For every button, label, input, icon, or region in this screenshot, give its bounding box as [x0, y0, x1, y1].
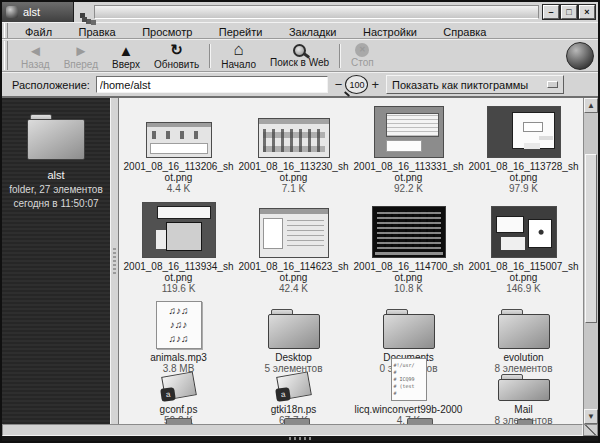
toolbar: Назад Вперед Вверх Обновить Начало Поиск…	[2, 39, 598, 72]
file-item[interactable]: 2001_08_16_114700_shot.png 10.8 K	[351, 194, 466, 294]
postscript-icon	[274, 374, 314, 401]
file-item[interactable]: 2001_08_16_113728_shot.png 97.9 K	[466, 102, 581, 194]
folder-icon	[498, 309, 550, 349]
file-manager-window: alst – □ × Файл Правка Просмотр Перейти …	[0, 0, 600, 443]
toolbar-button[interactable]: Вперед	[57, 41, 105, 71]
thumb-window-light-1-icon	[146, 122, 212, 158]
window-resize-grip[interactable]	[583, 424, 598, 436]
web-search-icon	[293, 44, 306, 57]
file-item[interactable]: 2001_08_16_114623_shot.png 42.4 K	[236, 194, 351, 294]
toolbar-button[interactable]: Поиск в Web	[263, 43, 336, 69]
home-icon	[234, 42, 244, 59]
toolbar-button[interactable]: Назад	[14, 41, 57, 71]
app-icon	[6, 6, 18, 18]
status-bar	[2, 424, 583, 436]
partially-visible-icon[interactable]	[284, 418, 310, 424]
file-item[interactable]: 2001_08_16_113934_shot.png 119.6 K	[121, 194, 236, 294]
toolbar-button[interactable]: Стоп	[344, 42, 381, 69]
zoom-level-indicator[interactable]: 100	[345, 75, 368, 94]
sidebar-title: alst	[47, 169, 64, 181]
title-strip	[94, 5, 539, 19]
scrollbar-track[interactable]	[584, 113, 598, 409]
close-button[interactable]: ×	[579, 5, 595, 19]
zoom-out-button[interactable]: −	[334, 79, 344, 91]
minimize-button[interactable]: –	[543, 5, 559, 19]
file-item[interactable]: evolution 8 элементов	[466, 294, 581, 374]
nautilus-throbber-icon[interactable]	[566, 42, 594, 70]
sidebar: alst folder, 27 элементов сегодня в 11:5…	[2, 98, 110, 424]
menu-item[interactable]: Правка	[68, 26, 127, 38]
view-mode-label: Показать как пиктограммы	[392, 79, 528, 91]
file-view: 2001_08_16_113206_shot.png 4.4 K 2001_08…	[119, 98, 583, 424]
bottom-frame	[2, 436, 598, 441]
partially-visible-icon[interactable]	[166, 418, 192, 424]
menu-item[interactable]: Справка	[432, 26, 497, 38]
thumb-desktop-dialog-icon	[142, 202, 216, 258]
maximize-button[interactable]: □	[561, 5, 577, 19]
frame-grip-icon	[289, 437, 311, 440]
file-grid: 2001_08_16_113206_shot.png 4.4 K 2001_08…	[119, 98, 583, 424]
sidebar-date: сегодня в 11:50:07	[13, 198, 98, 209]
refresh-icon	[170, 42, 183, 59]
textfile-icon: #!/usr/ # # ICQ99 # (test #	[391, 358, 427, 401]
file-item[interactable]: 2001_08_16_115007_shot.png 146.9 K	[466, 194, 581, 294]
scroll-down-icon[interactable]: ▼	[584, 409, 598, 424]
thumb-desktop-windows-icon	[491, 206, 557, 258]
menubar-grip[interactable]	[4, 23, 8, 38]
menu-item[interactable]: Закладки	[278, 26, 348, 38]
stop-icon	[355, 43, 369, 57]
scroll-up-icon[interactable]: ▲	[584, 98, 598, 113]
zoom-in-button[interactable]: +	[370, 79, 380, 91]
thumb-desktop-canvas-icon	[487, 106, 561, 158]
menu-item[interactable]: Файл	[14, 26, 63, 38]
vertical-scrollbar[interactable]: ▲ ▼	[583, 98, 598, 424]
view-mode-dropdown[interactable]: Показать как пиктограммы	[386, 75, 564, 94]
toolbar-separator	[209, 44, 211, 68]
window-title: alst	[23, 6, 40, 18]
partially-visible-icon[interactable]	[517, 419, 533, 424]
thumb-window-light-2-icon	[258, 118, 330, 158]
folder-icon	[268, 309, 320, 349]
toolbar-separator	[339, 44, 341, 68]
thumb-terminal-icon	[372, 206, 446, 258]
menu-item[interactable]: Просмотр	[131, 26, 203, 38]
forward-arrow-icon	[73, 42, 88, 59]
thumb-window-gray-icon	[374, 106, 444, 158]
toolbar-grip[interactable]	[4, 41, 8, 70]
title-bar[interactable]: alst – □ ×	[2, 2, 598, 22]
menu-item[interactable]: Перейти	[208, 26, 274, 38]
back-arrow-icon	[28, 42, 43, 59]
file-item[interactable]: 2001_08_16_113331_shot.png 92.2 K	[351, 102, 466, 194]
toolbar-button[interactable]: Обновить	[147, 41, 206, 71]
folder-icon	[383, 309, 435, 349]
folder-icon	[498, 374, 550, 401]
location-input[interactable]	[96, 76, 328, 93]
up-arrow-icon	[119, 42, 134, 59]
file-item[interactable]: animals.mp3 3.8 MB	[121, 294, 236, 374]
file-item[interactable]: 2001_08_16_113230_shot.png 7.1 K	[236, 102, 351, 194]
menu-item[interactable]: Настройки	[352, 26, 428, 38]
location-label: Расположение:	[12, 79, 90, 91]
title-tab[interactable]: alst	[2, 2, 74, 22]
scrollbar-thumb[interactable]	[585, 154, 597, 323]
toolbar-button[interactable]: Вверх	[105, 41, 147, 71]
file-item[interactable]: Desktop 5 элементов	[236, 294, 351, 374]
location-bar: Расположение: − 100 + Показать как пикто…	[2, 72, 598, 98]
sidebar-info: folder, 27 элементов	[9, 184, 103, 195]
partially-visible-row	[119, 417, 583, 424]
thumb-editor-icon	[259, 208, 329, 258]
sidebar-folder-icon	[27, 114, 85, 160]
postscript-icon	[159, 374, 199, 401]
music-icon	[156, 301, 202, 349]
toolbar-button[interactable]: Начало	[214, 41, 263, 71]
sidebar-resize-handle[interactable]	[110, 98, 119, 424]
partially-visible-icon[interactable]	[407, 418, 433, 424]
dropdown-indicator-icon	[547, 81, 558, 88]
file-item[interactable]: 2001_08_16_113206_shot.png 4.4 K	[121, 102, 236, 194]
menu-bar: Файл Правка Просмотр Перейти Закладки На…	[2, 22, 598, 39]
